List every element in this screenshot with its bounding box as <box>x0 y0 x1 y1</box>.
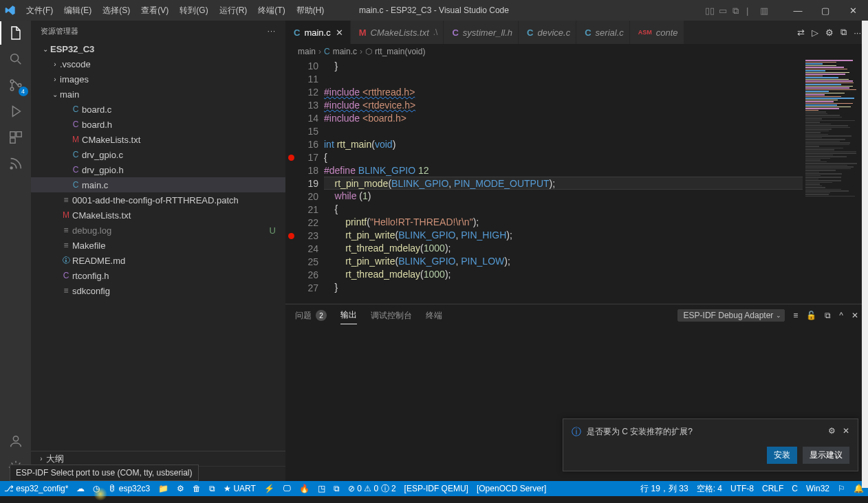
gear-icon[interactable]: ⚙ <box>825 27 834 38</box>
notif-close-icon[interactable]: ✕ <box>843 426 849 436</box>
status-item[interactable]: 行 19，列 33 <box>636 483 692 495</box>
status-item[interactable]: CRLF <box>758 484 788 493</box>
tree-item[interactable]: 🛈README.md <box>31 253 285 268</box>
split-icon[interactable]: ⧉ <box>840 27 847 38</box>
tree-item[interactable]: ≡Makefile <box>31 238 285 253</box>
status-item[interactable]: ⚡ <box>260 484 279 493</box>
tree-item[interactable]: ›images <box>31 71 285 87</box>
install-button[interactable]: 安装 <box>767 447 797 464</box>
menu-item[interactable]: 转到(G) <box>174 5 213 16</box>
scm-activity[interactable]: 4 <box>8 77 24 93</box>
show-suggestions-button[interactable]: 显示建议 <box>803 447 849 464</box>
extensions-activity[interactable] <box>8 129 24 146</box>
menu-item[interactable]: 帮助(H) <box>291 5 330 16</box>
tree-item[interactable]: Crtconfig.h <box>31 268 285 283</box>
outline-section[interactable]: ›大纲 <box>31 451 285 466</box>
minimize-button[interactable]: — <box>784 0 812 21</box>
breadcrumb-item[interactable]: main.c <box>333 47 357 56</box>
project-root[interactable]: ⌄ESP32_C3 <box>31 41 285 56</box>
status-item[interactable]: 📁 <box>154 484 173 493</box>
tree-item[interactable]: Cmain.c <box>31 177 285 192</box>
panel-tab[interactable]: 问题2 <box>295 310 327 322</box>
status-item[interactable]: ★ UART <box>219 484 260 493</box>
status-item[interactable]: ◳ <box>314 484 329 493</box>
status-item[interactable]: 🖵 <box>279 484 295 493</box>
status-item[interactable]: ⧉ <box>205 484 219 493</box>
status-item[interactable]: UTF-8 <box>726 484 758 493</box>
editor-tab[interactable]: Cdevice.c <box>519 21 576 44</box>
notif-gear-icon[interactable]: ⚙ <box>828 426 836 436</box>
menu-item[interactable]: 文件(F) <box>21 5 58 16</box>
statusbar-tooltip: ESP-IDF Select port to use (COM, tty, us… <box>10 465 199 481</box>
status-item[interactable]: [ESP-IDF QEMU] <box>400 484 473 493</box>
maximize-button[interactable]: ▢ <box>812 0 839 21</box>
breadcrumb-item[interactable]: main <box>298 47 316 56</box>
tree-item[interactable]: ≡sdkconfig <box>31 283 285 298</box>
tree-item[interactable]: ⌄main <box>31 87 285 102</box>
menu-item[interactable]: 选择(S) <box>97 5 135 16</box>
tree-item[interactable]: ≡0001-add-the-config-of-RTTHREAD.patch <box>31 192 285 208</box>
panel-max-icon[interactable]: ^ <box>839 311 843 320</box>
editor-tab[interactable]: Cserial.c <box>576 21 630 44</box>
line-gutter[interactable]: 101112131415161718192021222324252627 <box>285 59 324 304</box>
play-icon[interactable]: ▷ <box>812 27 818 38</box>
status-item[interactable]: 🛢 esp32c3 <box>104 484 154 493</box>
svg-point-8 <box>13 436 18 441</box>
tree-item[interactable]: ›.vscode <box>31 56 285 71</box>
more-icon[interactable]: ··· <box>854 27 861 38</box>
editor-tab[interactable]: Csystimer_ll.h <box>444 21 519 44</box>
breadcrumbs[interactable]: main ›C main.c ›⬡ rtt_main(void) <box>285 44 868 59</box>
panel-close-icon[interactable]: ✕ <box>851 311 858 320</box>
panel-icon[interactable]: ≡ <box>793 311 798 320</box>
notification-toast: ⓘ 是否要为 C 安装推荐的扩展? ⚙✕ 安装 显示建议 <box>563 418 858 471</box>
code-editor[interactable]: }#include <rtthread.h>#include <rtdevice… <box>324 59 868 304</box>
status-item[interactable]: 🗑 <box>188 484 205 493</box>
compare-icon[interactable]: ⇄ <box>797 27 805 38</box>
file-tree: ›.vscode›images⌄mainCboard.cCboard.hMCMa… <box>31 56 285 451</box>
status-diag[interactable]: ⊘ 0 ⚠ 0 ⓘ 2 <box>344 483 400 495</box>
svg-point-1 <box>10 80 14 83</box>
editor-tab[interactable]: Cmain.c✕ <box>285 21 351 44</box>
menu-item[interactable]: 编辑(E) <box>58 5 97 16</box>
status-item[interactable]: ◷ <box>89 484 104 493</box>
layout-controls[interactable]: ▯▯▭⧉|▥ <box>705 5 782 15</box>
debug-activity[interactable] <box>8 103 24 120</box>
panel-tab[interactable]: 终端 <box>426 310 442 322</box>
status-item[interactable]: ⚙ <box>173 484 188 493</box>
sidebar-more[interactable]: ··· <box>268 27 276 35</box>
menu-item[interactable]: 终端(T) <box>252 5 290 16</box>
status-item[interactable]: ⧉ <box>329 484 344 493</box>
tree-item[interactable]: Cdrv_gpio.c <box>31 147 285 162</box>
panel-icon[interactable]: 🔓 <box>806 311 816 320</box>
menu-item[interactable]: 查看(V) <box>135 5 174 16</box>
status-item[interactable]: ⎇ esp32_config* <box>0 484 72 493</box>
breadcrumb-item[interactable]: rtt_main(void) <box>375 47 425 56</box>
status-item[interactable]: ⚐ <box>834 484 849 493</box>
tree-item[interactable]: Cboard.h <box>31 117 285 132</box>
tree-item[interactable]: Cdrv_gpio.h <box>31 162 285 177</box>
tree-item[interactable]: Cboard.c <box>31 102 285 117</box>
minimap[interactable] <box>803 59 868 304</box>
close-window-button[interactable]: ✕ <box>839 0 867 21</box>
editor-tab[interactable]: ASMconte <box>630 21 684 44</box>
panel-tab[interactable]: 调试控制台 <box>371 310 412 322</box>
editor-tab[interactable]: MCMakeLists.txt.\ <box>351 21 444 44</box>
status-item[interactable]: C <box>788 484 802 493</box>
account-activity[interactable] <box>8 433 24 449</box>
panel-tab[interactable]: 输出 <box>340 309 357 324</box>
panel-icon[interactable]: ⧉ <box>825 311 831 320</box>
explorer-activity[interactable] <box>8 25 24 41</box>
status-item[interactable]: [OpenOCD Server] <box>473 484 550 493</box>
rss-activity[interactable] <box>8 155 24 172</box>
status-item[interactable]: 空格: 4 <box>693 483 726 495</box>
status-item[interactable]: ☁ <box>72 484 89 493</box>
tree-item[interactable]: MCMakeLists.txt <box>31 208 285 223</box>
status-item[interactable]: Win32 <box>802 484 834 493</box>
close-tab-icon[interactable]: ✕ <box>335 27 345 38</box>
panel-dropdown[interactable]: ESP-IDF Debug Adapter ⌄ <box>677 309 785 322</box>
status-item[interactable]: 🔥 <box>295 484 314 493</box>
tree-item[interactable]: MCMakeLists.txt <box>31 132 285 147</box>
search-activity[interactable] <box>8 51 24 67</box>
tree-item[interactable]: ≡debug.logU <box>31 223 285 238</box>
menu-item[interactable]: 运行(R) <box>214 5 253 16</box>
